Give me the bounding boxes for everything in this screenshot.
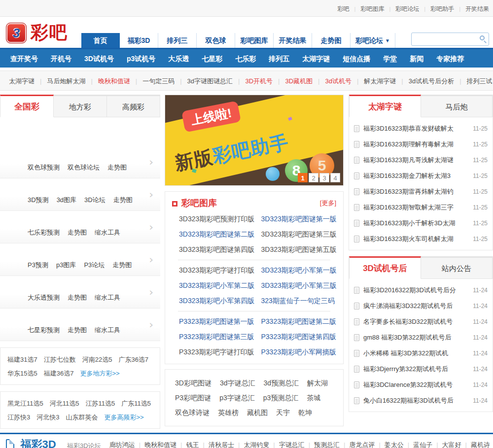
main-nav-link[interactable]: 开机号 — [44, 55, 78, 63]
tuku-link[interactable]: 3D323期彩吧预测打印版 — [172, 211, 254, 227]
tuku-link[interactable]: P3323期彩吧图谜第二版 — [254, 314, 337, 329]
product-link[interactable]: 走势图 — [68, 229, 87, 236]
sub-nav-link[interactable]: 马后炮解太湖 — [35, 77, 85, 85]
tuku-link[interactable]: 3D323期彩吧小军第一版 — [254, 263, 337, 278]
product-link[interactable]: 双色球预测 — [28, 164, 60, 171]
product-link[interactable]: P3预测 — [28, 261, 48, 269]
main-nav-link[interactable]: p3试机号 — [120, 55, 162, 63]
banner-pager-item[interactable]: 1 — [298, 173, 308, 182]
tuku-link[interactable]: 3D323期彩吧小军第三版 — [254, 278, 337, 293]
tuku-link[interactable]: 3D323期彩吧图谜第一版 — [254, 211, 337, 227]
banner-pager-item[interactable]: 4 — [330, 173, 340, 182]
item-title[interactable]: 名字要多长福彩3D322期试机号 — [363, 317, 470, 326]
tuku-link[interactable]: 3D323期彩吧图谜第四版 — [172, 242, 254, 257]
local-lottery-link[interactable]: 河南22选5 — [82, 356, 112, 363]
tuku-link[interactable]: 3D323期彩吧图谜第二版 — [172, 227, 254, 242]
shortcut-link[interactable]: 3d字谜总汇 — [220, 379, 255, 387]
product-link[interactable]: 缩水工具 — [95, 326, 120, 334]
shortcut-link[interactable]: 解太湖 — [307, 379, 328, 387]
product-link[interactable]: P3论坛 — [84, 261, 105, 269]
main-nav-link[interactable]: 大乐透 — [162, 55, 195, 63]
item-title[interactable]: 福彩3D16323期恭喜发财破解太 — [363, 124, 470, 133]
product-link[interactable]: 走势图 — [112, 261, 132, 269]
tuku-link[interactable]: 3D323期彩吧小军第四版 — [172, 293, 254, 309]
sub-nav-link[interactable]: 3D开机号 — [233, 77, 273, 85]
header-tab[interactable]: 双色球 ▼ — [197, 33, 235, 48]
main-nav-link[interactable]: 3D试机号 — [78, 55, 120, 63]
sub-nav-link[interactable]: 晚秋和值谜 — [85, 77, 130, 85]
local-lottery-link[interactable]: 福建31选7 — [7, 356, 37, 363]
bottom-link[interactable]: 太湖钓叟 — [234, 441, 269, 448]
highfreq-lottery-link[interactable]: 黑龙江11选5 — [7, 400, 43, 407]
bottom-link[interactable]: 廊坊鸿运 — [109, 441, 135, 448]
sub-nav-link[interactable]: 3d试机号 — [313, 77, 352, 85]
item-title[interactable]: 疯牛涕淌福彩3D322期试机号后 — [363, 302, 470, 310]
product-link[interactable]: 缩水工具 — [95, 294, 120, 301]
left-tab[interactable]: 全国彩 — [0, 95, 54, 117]
bottom-link[interactable]: 钱王 — [176, 441, 199, 448]
local-lottery-link[interactable]: 福建36选7 — [44, 370, 74, 377]
bottom-link[interactable]: 晚秋和值谜 — [135, 441, 176, 448]
item-title[interactable]: 福彩3D2016322期3D试机号后分 — [363, 286, 470, 295]
promo-banner[interactable]: 上线啦! 新版彩吧助手 8 5 1234 — [165, 95, 344, 186]
chevron-right-icon[interactable]: › — [149, 253, 153, 266]
highfreq-lottery-link[interactable]: 山东群英会 — [66, 414, 98, 421]
topbar-link[interactable]: 开奖结果 — [454, 5, 489, 12]
bottom-link[interactable]: 蓝仙子 — [404, 441, 432, 448]
product-link[interactable]: p3图库 — [56, 261, 76, 269]
local-lottery-link[interactable]: 华东15选5 — [7, 370, 37, 377]
product-link[interactable]: 3D预测 — [28, 196, 49, 204]
tuku-link[interactable]: P3323期彩吧图谜第四版 — [254, 329, 337, 345]
shortcut-link[interactable]: 天宇 — [276, 409, 290, 416]
header-tab[interactable]: 排列三 ▼ — [158, 33, 197, 48]
more-link[interactable]: [更多] — [320, 197, 336, 209]
shortcut-link[interactable]: p3预测总汇 — [263, 394, 299, 402]
item-title[interactable]: 福彩3D16323期雷再炜解太湖钓 — [363, 187, 470, 196]
chevron-right-icon[interactable]: › — [149, 318, 153, 331]
bottom-link[interactable]: 清秋居士 — [199, 441, 234, 448]
bottom-link[interactable]: 字谜总汇 — [269, 441, 304, 448]
chevron-right-icon[interactable]: › — [149, 188, 153, 201]
sub-nav-link[interactable]: 太湖字谜 — [9, 77, 35, 85]
main-nav-link[interactable]: 太湖字谜 — [296, 55, 336, 63]
tuku-link[interactable]: P3323期彩吧小军网摘版 — [254, 345, 337, 360]
item-title[interactable]: 福彩3DClarence第322期试机号 — [363, 380, 470, 389]
product-link[interactable]: 缩水工具 — [95, 229, 120, 236]
left-tab[interactable]: 地方彩 — [54, 95, 107, 117]
right-tab[interactable]: 站内公告 — [421, 256, 493, 279]
tuku-link[interactable]: 323期蓝仙子一句定三码 — [254, 293, 337, 309]
right-tab[interactable]: 太湖字谜 — [349, 95, 421, 117]
logo[interactable]: 3 彩吧 — [6, 21, 68, 45]
sub-nav-link[interactable]: 解太湖字谜 — [352, 77, 396, 85]
product-link[interactable]: 大乐透预测 — [28, 294, 60, 301]
forum-link[interactable]: 福彩3D论坛 — [67, 442, 101, 448]
product-link[interactable]: 双色球论坛 — [68, 164, 100, 171]
main-nav-link[interactable]: 新闻 — [403, 55, 430, 63]
product-link[interactable]: 走势图 — [68, 294, 87, 301]
bottom-link[interactable]: 姜太公 — [375, 441, 403, 448]
item-title[interactable]: 福彩3D16323期火车司机解太湖 — [363, 235, 470, 243]
shortcut-link[interactable]: p3字谜总汇 — [219, 394, 255, 402]
main-nav-link[interactable]: 排列五 — [262, 55, 296, 63]
local-lottery-link[interactable]: 广东36选7 — [118, 356, 148, 363]
shortcut-link[interactable]: 双色球诗谜 — [175, 409, 210, 416]
shortcut-link[interactable]: 茶城 — [307, 394, 320, 402]
highfreq-lottery-link[interactable]: 河北快3 — [36, 414, 59, 421]
main-nav-link[interactable]: 查开奖号 — [4, 55, 44, 63]
local-lottery-link[interactable]: 更多地方彩>> — [80, 370, 119, 377]
item-title[interactable]: 福彩3D16323期小千解析3D太湖 — [363, 219, 470, 228]
tuku-link[interactable]: 3D323期彩吧小军第二版 — [172, 278, 254, 293]
banner-pager-item[interactable]: 2 — [309, 173, 318, 182]
product-link[interactable]: 走势图 — [107, 164, 127, 171]
topbar-link[interactable]: 彩吧图库 — [350, 5, 385, 12]
right-tab[interactable]: 马后炮 — [421, 95, 493, 117]
search-input[interactable] — [415, 34, 473, 44]
main-nav-link[interactable]: 专家推荐 — [430, 55, 470, 63]
tuku-link[interactable]: P3323期彩吧图谜第一版 — [172, 314, 254, 329]
sub-nav-link[interactable]: 一句定三码 — [130, 77, 175, 85]
highfreq-lottery-link[interactable]: 更多高频彩>> — [104, 414, 143, 421]
header-tab[interactable]: 福彩3D ▼ — [120, 33, 158, 48]
header-tab[interactable]: 走势图 ▼ — [312, 33, 351, 48]
product-link[interactable]: 走势图 — [68, 326, 87, 334]
tuku-link[interactable]: P3323期彩吧图谜第三版 — [172, 329, 254, 345]
